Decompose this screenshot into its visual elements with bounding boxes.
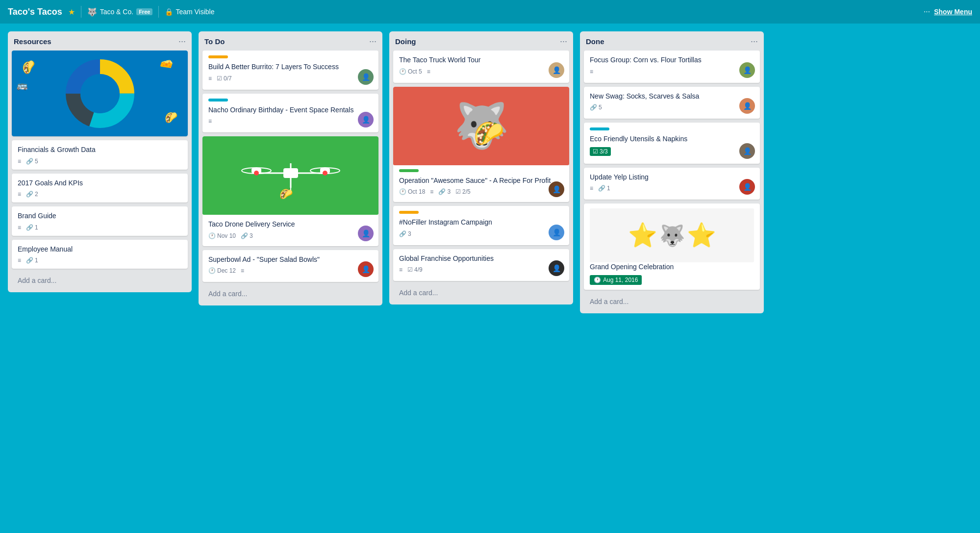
column-title-doing: Doing (395, 37, 416, 46)
clips-financials: 🔗 5 (26, 158, 38, 165)
desc-icon-goals: ≡ (18, 191, 21, 198)
column-menu-todo[interactable]: ··· (369, 36, 377, 47)
column-header-todo: To Do ··· (199, 31, 382, 51)
column-menu-resources[interactable]: ··· (178, 36, 186, 47)
avatar-drone: 👤 (358, 226, 374, 241)
card-employee-manual[interactable]: Employee Manual ≡ 🔗 1 (12, 240, 188, 269)
svg-point-14 (323, 171, 327, 176)
date-truck-tour: 🕐 Oct 5 (399, 68, 422, 75)
card-title-swag: New Swag: Socks, Scarves & Salsa (590, 92, 754, 102)
card-swag[interactable]: New Swag: Socks, Scarves & Salsa 🔗 5 👤 (584, 87, 760, 119)
more-options-icon[interactable]: ··· (924, 7, 930, 16)
add-card-doing[interactable]: Add a card... (393, 285, 569, 301)
card-burrito[interactable]: Build A Better Burrito: 7 Layers To Succ… (202, 51, 378, 90)
card-meta-focus: ≡ (590, 68, 754, 75)
header: Taco's Tacos ★ 🐺 Taco & Co. Free 🔒 Team … (0, 0, 980, 24)
card-meta-superbowl: 🕐 Dec 12 ≡ (208, 267, 373, 274)
desc-franchise: ≡ (399, 266, 402, 273)
workspace-name: Taco & Co. (100, 8, 133, 16)
card-title-burrito: Build A Better Burrito: 7 Layers To Succ… (208, 62, 373, 72)
team-label: Team Visible (176, 8, 214, 16)
card-meta-drone: 🕐 Nov 10 🔗 3 (208, 232, 373, 239)
board-title: Taco's Tacos (8, 7, 62, 17)
column-menu-done[interactable]: ··· (751, 36, 758, 47)
svg-point-13 (254, 171, 259, 176)
star-icon[interactable]: ★ (68, 7, 75, 17)
workspace-info: 🐺 Taco & Co. Free (87, 7, 153, 17)
desc-icon-employee: ≡ (18, 257, 21, 264)
card-truck-tour[interactable]: The Taco Truck World Tour 🕐 Oct 5 ≡ 👤 (393, 51, 569, 83)
label-awesome (399, 169, 419, 172)
team-icon: 🔒 (165, 8, 173, 16)
column-resources: Resources ··· (8, 31, 192, 292)
column-menu-doing[interactable]: ··· (560, 36, 567, 47)
card-title-instagram: #NoFiller Instagram Campaign (399, 218, 563, 228)
card-title-financials: Financials & Growth Data (18, 145, 182, 155)
card-instagram[interactable]: #NoFiller Instagram Campaign 🔗 3 👤 (393, 206, 569, 245)
checklist-franchise: ☑ 4/9 (407, 266, 423, 273)
card-meta-instagram: 🔗 3 (399, 230, 563, 237)
card-franchise[interactable]: Global Franchise Opportunities ≡ ☑ 4/9 👤 (393, 249, 569, 281)
card-title-superbowl: Superbowl Ad - "Super Salad Bowls" (208, 255, 373, 265)
label-nacho (208, 99, 228, 102)
column-header-done: Done ··· (580, 31, 764, 51)
card-meta-goals: ≡ 🔗 2 (18, 191, 182, 198)
drone-svg: 🌮 (237, 149, 345, 203)
card-title-franchise: Global Franchise Opportunities (399, 254, 563, 264)
card-drone[interactable]: 🌮 Taco Drone Delivery Service 🕐 Nov 10 🔗… (202, 136, 378, 246)
resources-donut-image: 🌮 🧀 🌮 🚌 (12, 51, 188, 136)
column-title-resources: Resources (14, 37, 51, 46)
star-left: ⭐ (628, 222, 657, 249)
add-card-todo[interactable]: Add a card... (202, 286, 378, 302)
donut-chart-svg (61, 54, 139, 133)
add-card-done[interactable]: Add a card... (584, 294, 760, 309)
team-info: 🔒 Team Visible (165, 8, 214, 16)
desc-icon-truck: ≡ (427, 68, 430, 75)
card-meta-nacho: ≡ (208, 118, 373, 125)
todo-cards-list: Build A Better Burrito: 7 Layers To Succ… (199, 51, 382, 282)
card-nacho[interactable]: Nacho Ordinary Birthday - Event Space Re… (202, 94, 378, 133)
card-title-drone: Taco Drone Delivery Service (208, 220, 373, 229)
clips-swag: 🔗 5 (590, 104, 602, 111)
clips-awesome: 🔗 3 (438, 188, 451, 195)
card-meta-yelp: ≡ 🔗 1 (590, 185, 754, 192)
clips-employee: 🔗 1 (26, 257, 38, 264)
checklist-burrito: ☑ 0/7 (217, 75, 232, 82)
show-menu-button[interactable]: Show Menu (934, 8, 972, 16)
card-eco[interactable]: Eco Friendly Utensils & Napkins ☑ 3/3 👤 (584, 123, 760, 164)
column-header-resources: Resources ··· (8, 31, 192, 51)
clips-brand: 🔗 1 (26, 224, 38, 231)
card-superbowl[interactable]: Superbowl Ad - "Super Salad Bowls" 🕐 Dec… (202, 250, 378, 282)
card-yelp[interactable]: Update Yelp Listing ≡ 🔗 1 👤 (584, 168, 760, 200)
avatar-nacho: 👤 (358, 112, 374, 127)
avatar-focus: 👤 (739, 62, 755, 78)
card-resources-banner[interactable]: 🌮 🧀 🌮 🚌 (12, 51, 188, 136)
avatar-superbowl: 👤 (358, 261, 374, 277)
clips-drone: 🔗 3 (241, 232, 253, 239)
card-awesome-sauce[interactable]: 🐺 🌮 Operation "Awesome Sauce" - A Recipe… (393, 87, 569, 203)
done-cards-list: Focus Group: Corn vs. Flour Tortillas ≡ … (580, 51, 764, 290)
star-right: ⭐ (687, 222, 716, 249)
checklist-awesome: ☑ 2/5 (455, 188, 471, 195)
date-superbowl: 🕐 Dec 12 (208, 267, 236, 274)
avatar-franchise: 👤 (549, 260, 564, 276)
resources-cards-list: 🌮 🧀 🌮 🚌 Financials & Growth Data ≡ 🔗 5 2… (8, 51, 192, 269)
card-brand[interactable]: Brand Guide ≡ 🔗 1 (12, 206, 188, 236)
card-title-awesome: Operation "Awesome Sauce" - A Recipe For… (399, 176, 563, 186)
grand-opening-image: ⭐ 🐺 ⭐ (590, 208, 754, 262)
avatar-truck-tour: 👤 (549, 62, 564, 78)
doing-cards-list: The Taco Truck World Tour 🕐 Oct 5 ≡ 👤 🐺 … (389, 51, 573, 281)
free-badge: Free (136, 8, 152, 15)
avatar-burrito: 👤 (358, 69, 374, 85)
card-financials[interactable]: Financials & Growth Data ≡ 🔗 5 (12, 140, 188, 170)
column-header-doing: Doing ··· (389, 31, 573, 51)
card-title-goals: 2017 Goals And KPIs (18, 178, 182, 188)
add-card-resources[interactable]: Add a card... (12, 273, 188, 288)
divider2 (158, 6, 159, 18)
date-badge-grand: 🕐 Aug 11, 2016 (590, 275, 642, 285)
card-grand-opening[interactable]: ⭐ 🐺 ⭐ Grand Opening Celebration 🕐 Aug 11… (584, 203, 760, 290)
card-meta-grand: 🕐 Aug 11, 2016 (590, 275, 754, 285)
card-goals[interactable]: 2017 Goals And KPIs ≡ 🔗 2 (12, 174, 188, 203)
column-done: Done ··· Focus Group: Corn vs. Flour Tor… (580, 31, 764, 313)
card-focus-group[interactable]: Focus Group: Corn vs. Flour Tortillas ≡ … (584, 51, 760, 83)
